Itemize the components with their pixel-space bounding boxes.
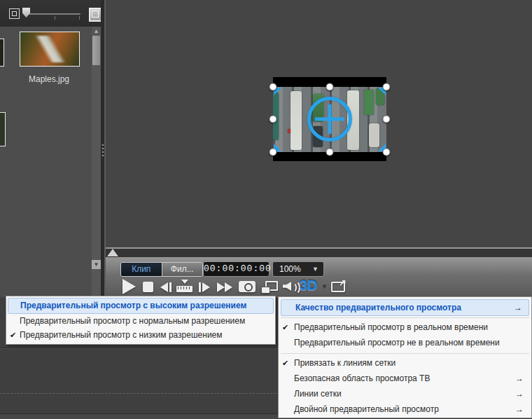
- tab-film[interactable]: Фил...: [162, 263, 203, 276]
- library-toolbar: [0, 0, 106, 27]
- splitter-grip: [102, 151, 104, 153]
- menu-item-tv-safe-area[interactable]: Безопасная область просмотра ТВ →: [280, 371, 530, 386]
- menu-item-non-realtime-preview[interactable]: Предварительный просмотр не в реальном в…: [280, 335, 530, 350]
- submenu-arrow-icon: →: [515, 386, 524, 401]
- quality-submenu: Предварительный просмотр с высоким разре…: [6, 296, 276, 345]
- ruler-icon: [176, 286, 192, 292]
- fast-forward-button[interactable]: [217, 282, 232, 292]
- selection-handle-nw[interactable]: [270, 83, 277, 91]
- selection-handle-ne[interactable]: [383, 83, 391, 91]
- tab-clip[interactable]: Клип: [121, 263, 162, 276]
- zoom-level-dropdown[interactable]: 100% ▼: [272, 261, 324, 277]
- library-scrollbar-track[interactable]: [92, 27, 101, 296]
- thumbnail-filename: Maples.jpg: [0, 74, 98, 84]
- dual-preview-button[interactable]: [262, 281, 278, 293]
- enlarge-arrow-icon: ↗: [339, 277, 346, 288]
- scroll-up-icon[interactable]: ▲: [92, 27, 101, 35]
- menu-item-dual-preview[interactable]: Двойной предварительный просмотр →: [280, 401, 530, 417]
- submenu-arrow-icon: →: [515, 371, 524, 386]
- snapshot-camera-button[interactable]: [239, 281, 255, 292]
- menu-item-high-resolution[interactable]: Предварительный просмотр с высоким разре…: [8, 298, 274, 314]
- maples-thumbnail[interactable]: [20, 32, 80, 67]
- splitter-grip: [102, 144, 104, 146]
- dropdown-caret-icon: ▼: [312, 262, 318, 276]
- selection-handle-s[interactable]: [326, 149, 334, 156]
- lens-icon: [244, 283, 253, 291]
- menu-separator: [281, 353, 529, 354]
- selection-handle-sw[interactable]: [270, 149, 277, 156]
- slider-tick: [79, 16, 80, 20]
- partial-thumbnail[interactable]: [0, 112, 6, 146]
- menu-item-normal-resolution[interactable]: Предварительный просмотр с нормальным ра…: [8, 314, 274, 329]
- selection-handle-e[interactable]: [383, 116, 391, 123]
- thumbnail-zoom-slider-track[interactable]: [27, 13, 80, 15]
- small-thumbnails-icon[interactable]: [9, 8, 20, 19]
- menu-item-low-resolution[interactable]: ✔ Предварительный просмотр с низким разр…: [8, 328, 274, 343]
- stop-button[interactable]: [143, 282, 153, 292]
- menu-separator: [281, 317, 529, 318]
- previous-frame-button[interactable]: [160, 282, 172, 292]
- zoom-level-value: 100%: [279, 262, 301, 276]
- videostudio-window: Maples.jpg ▲ ▼: [0, 0, 532, 419]
- seek-handle[interactable]: [107, 249, 118, 256]
- volume-button[interactable]: [283, 280, 300, 293]
- check-icon: ✔: [282, 355, 292, 371]
- selection-handle-n[interactable]: [326, 83, 334, 91]
- marker-icon: [181, 280, 188, 284]
- partial-thumbnail[interactable]: [0, 39, 4, 67]
- selection-handle-w[interactable]: [270, 116, 277, 123]
- menu-item-realtime-preview[interactable]: ✔ Предварительный просмотр в реальном вр…: [280, 320, 530, 335]
- splitter-grip: [102, 155, 104, 156]
- media-library-panel: Maples.jpg: [0, 27, 106, 296]
- menu-item-grid-lines[interactable]: Линии сетки →: [280, 386, 530, 401]
- selection-handle-se[interactable]: [383, 149, 391, 156]
- stream-highlight: [25, 36, 75, 62]
- preview-context-menu: Качество предварительного просмотра → ✔ …: [278, 296, 532, 418]
- transport-bar: Клип Фил... 00:00:00:00 100% ▼: [106, 257, 532, 298]
- enlarge-preview-button[interactable]: ↗: [331, 280, 346, 292]
- slider-tick: [55, 16, 55, 20]
- check-icon: ✔: [10, 328, 20, 343]
- timecode-display[interactable]: 00:00:00:00: [203, 261, 270, 277]
- pan-zoom-target-circle[interactable]: [307, 97, 352, 142]
- play-button[interactable]: [122, 279, 136, 294]
- 3d-button[interactable]: 3D: [300, 277, 318, 294]
- check-icon: ✔: [282, 320, 292, 335]
- thumbnail-zoom-slider-handle[interactable]: [22, 8, 30, 18]
- library-scrollbar-thumb[interactable]: [92, 36, 100, 65]
- menu-item-preview-quality[interactable]: Качество предварительного просмотра →: [281, 299, 529, 316]
- preview-mode-tabs: Клип Фил...: [120, 262, 203, 277]
- splitter-grip: [102, 148, 104, 149]
- next-frame-button[interactable]: [199, 282, 210, 292]
- submenu-arrow-icon: →: [514, 300, 522, 315]
- repeat-button[interactable]: [176, 280, 192, 292]
- scroll-down-icon[interactable]: ▼: [92, 260, 101, 269]
- menu-item-snap-to-grid[interactable]: ✔ Привязать к линиям сетки: [280, 355, 530, 371]
- submenu-arrow-icon: →: [515, 401, 524, 417]
- pedestrian: [288, 129, 290, 133]
- 3d-dropdown-caret-icon[interactable]: ▼: [321, 283, 328, 290]
